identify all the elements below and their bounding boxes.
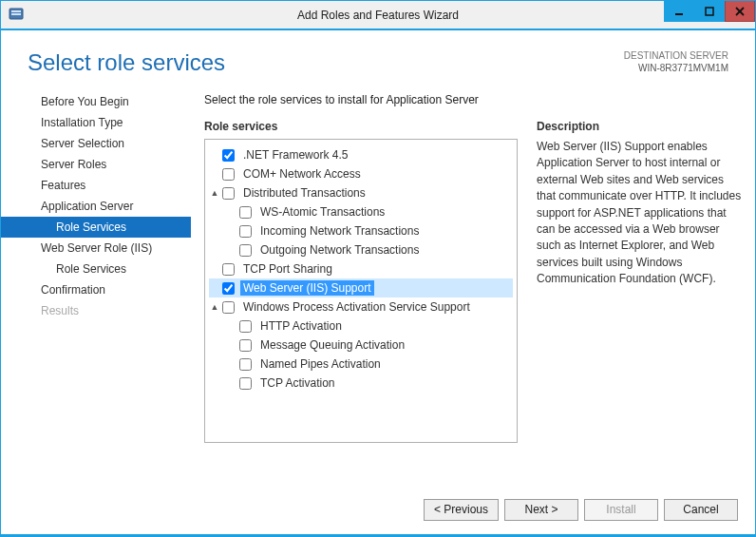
role-services-title: Role services bbox=[204, 120, 518, 133]
nav-item[interactable]: Role Services bbox=[1, 259, 191, 279]
role-label: Windows Process Activation Service Suppo… bbox=[240, 299, 473, 315]
wizard-window: Add Roles and Features Wizard Select rol… bbox=[0, 0, 756, 537]
nav-item[interactable]: Web Server Role (IIS) bbox=[1, 238, 191, 259]
role-checkbox[interactable] bbox=[239, 244, 252, 257]
role-label: Outgoing Network Transactions bbox=[257, 242, 422, 258]
role-checkbox[interactable] bbox=[222, 149, 235, 162]
body-area: Before You BeginInstallation TypeServer … bbox=[1, 86, 755, 485]
bottom-accent bbox=[1, 534, 755, 536]
cancel-button[interactable]: Cancel bbox=[664, 499, 738, 521]
nav-item[interactable]: Before You Begin bbox=[1, 91, 191, 112]
role-label: Distributed Transactions bbox=[240, 185, 369, 201]
close-button[interactable] bbox=[725, 1, 755, 22]
minimize-button[interactable] bbox=[664, 1, 694, 22]
nav-item[interactable]: Role Services bbox=[1, 217, 191, 238]
role-checkbox[interactable] bbox=[222, 168, 235, 181]
nav-item[interactable]: Features bbox=[1, 175, 191, 196]
role-checkbox[interactable] bbox=[239, 225, 252, 238]
role-label: Named Pipes Activation bbox=[257, 356, 384, 372]
description-title: Description bbox=[537, 120, 742, 133]
role-label: WS-Atomic Transactions bbox=[257, 204, 387, 220]
tree-row[interactable]: WS-Atomic Transactions bbox=[209, 202, 513, 221]
role-label: HTTP Activation bbox=[257, 318, 345, 334]
role-services-column: Role services .NET Framework 4.5COM+ Net… bbox=[204, 120, 518, 485]
header-area: Select role services DESTINATION SERVER … bbox=[1, 30, 755, 86]
tree-row[interactable]: TCP Port Sharing bbox=[209, 259, 513, 278]
close-icon bbox=[735, 7, 745, 16]
tree-row[interactable]: ▲Windows Process Activation Service Supp… bbox=[209, 297, 513, 316]
role-label: TCP Activation bbox=[257, 375, 337, 391]
next-button[interactable]: Next > bbox=[504, 499, 578, 521]
role-label: .NET Framework 4.5 bbox=[240, 147, 350, 163]
main-panel: Select the role services to install for … bbox=[191, 86, 742, 485]
window-controls bbox=[664, 1, 755, 22]
role-label: Web Server (IIS) Support bbox=[240, 280, 374, 296]
tree-row[interactable]: TCP Activation bbox=[209, 374, 513, 393]
role-services-tree[interactable]: .NET Framework 4.5COM+ Network Access▲Di… bbox=[204, 139, 518, 443]
collapse-icon[interactable]: ▲ bbox=[209, 188, 220, 198]
minimize-icon bbox=[674, 7, 684, 16]
role-label: Message Queuing Activation bbox=[257, 337, 407, 353]
nav-item[interactable]: Confirmation bbox=[1, 279, 191, 300]
footer-bar: < Previous Next > Install Cancel bbox=[1, 485, 755, 534]
nav-item: Results bbox=[1, 300, 191, 321]
collapse-icon[interactable]: ▲ bbox=[209, 302, 220, 312]
svg-rect-2 bbox=[11, 13, 21, 15]
tree-row[interactable]: Web Server (IIS) Support bbox=[209, 278, 513, 297]
tree-row[interactable]: Outgoing Network Transactions bbox=[209, 240, 513, 259]
role-checkbox[interactable] bbox=[239, 377, 252, 390]
tree-row[interactable]: Named Pipes Activation bbox=[209, 355, 513, 374]
page-heading: Select role services bbox=[28, 49, 225, 76]
role-label: TCP Port Sharing bbox=[240, 261, 335, 277]
svg-rect-1 bbox=[11, 10, 21, 12]
app-icon bbox=[9, 7, 24, 22]
role-label: COM+ Network Access bbox=[240, 166, 364, 182]
role-label: Incoming Network Transactions bbox=[257, 223, 422, 239]
destination-box: DESTINATION SERVER WIN-8R3771MVM1M bbox=[624, 49, 728, 74]
tree-row[interactable]: .NET Framework 4.5 bbox=[209, 145, 513, 164]
role-checkbox[interactable] bbox=[239, 339, 252, 352]
tree-row[interactable]: Incoming Network Transactions bbox=[209, 221, 513, 240]
nav-item[interactable]: Server Roles bbox=[1, 154, 191, 175]
tree-row[interactable]: COM+ Network Access bbox=[209, 164, 513, 183]
nav-item[interactable]: Application Server bbox=[1, 196, 191, 217]
previous-button[interactable]: < Previous bbox=[424, 499, 499, 521]
nav-item[interactable]: Installation Type bbox=[1, 112, 191, 133]
destination-label: DESTINATION SERVER bbox=[624, 49, 728, 62]
role-checkbox[interactable] bbox=[222, 282, 235, 295]
role-checkbox[interactable] bbox=[239, 206, 252, 219]
intro-text: Select the role services to install for … bbox=[204, 93, 742, 106]
role-checkbox[interactable] bbox=[222, 301, 235, 314]
description-text: Web Server (IIS) Support enables Applica… bbox=[537, 139, 742, 288]
tree-row[interactable]: ▲Distributed Transactions bbox=[209, 183, 513, 202]
role-checkbox[interactable] bbox=[239, 358, 252, 371]
role-checkbox[interactable] bbox=[222, 263, 235, 276]
columns: Role services .NET Framework 4.5COM+ Net… bbox=[204, 120, 742, 485]
titlebar: Add Roles and Features Wizard bbox=[1, 1, 755, 29]
destination-value: WIN-8R3771MVM1M bbox=[624, 62, 728, 74]
install-button[interactable]: Install bbox=[584, 499, 658, 521]
tree-row[interactable]: HTTP Activation bbox=[209, 316, 513, 336]
maximize-button[interactable] bbox=[694, 1, 725, 22]
tree-row[interactable]: Message Queuing Activation bbox=[209, 336, 513, 355]
nav-item[interactable]: Server Selection bbox=[1, 133, 191, 154]
svg-rect-4 bbox=[706, 8, 713, 15]
role-checkbox[interactable] bbox=[222, 187, 235, 200]
maximize-icon bbox=[705, 7, 714, 16]
role-checkbox[interactable] bbox=[239, 320, 252, 333]
window-title: Add Roles and Features Wizard bbox=[297, 9, 459, 22]
description-column: Description Web Server (IIS) Support ena… bbox=[537, 120, 742, 485]
wizard-nav: Before You BeginInstallation TypeServer … bbox=[1, 86, 191, 485]
